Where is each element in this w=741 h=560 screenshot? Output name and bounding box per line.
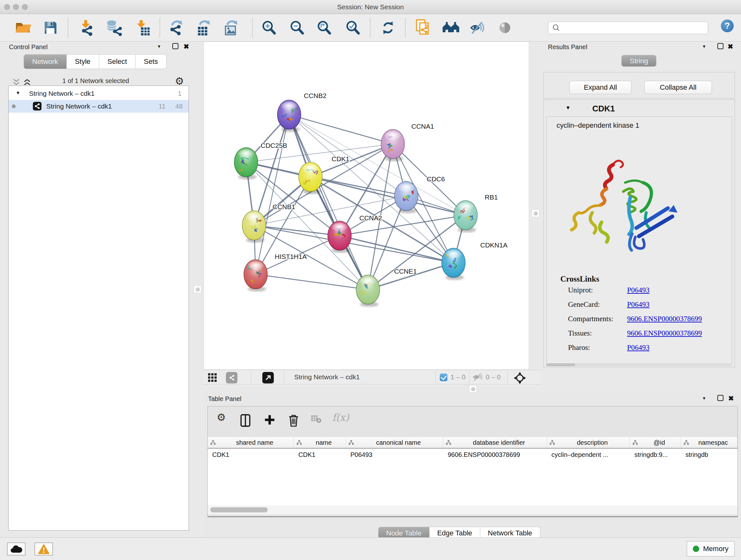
zoom-out-icon[interactable]	[288, 18, 306, 37]
panel-close-icon[interactable]: ✖	[728, 395, 734, 401]
show-graphics-details-icon[interactable]	[496, 18, 514, 37]
warnings-button[interactable]	[35, 543, 53, 556]
duplicate-network-icon[interactable]	[414, 18, 432, 37]
crosslink-link[interactable]: 9606.ENSP00000378699	[627, 329, 702, 337]
panel-menu-icon[interactable]: ▼	[702, 396, 706, 401]
table-cell[interactable]: stringdb:9...	[630, 449, 681, 461]
collection-expand-icon[interactable]: ▼	[16, 90, 20, 96]
export-table-icon[interactable]	[195, 18, 212, 37]
entry-collapse-icon[interactable]: ▼	[565, 105, 570, 111]
tab-style[interactable]: Style	[67, 54, 99, 69]
refresh-view-icon[interactable]	[379, 18, 397, 37]
table-options-gear-icon[interactable]: ⚙	[217, 412, 226, 422]
open-session-icon[interactable]	[14, 18, 32, 37]
expand-all-icon[interactable]	[23, 78, 31, 86]
cloud-status-button[interactable]	[7, 543, 25, 556]
left-splitter-handle[interactable]	[194, 286, 201, 293]
export-network-icon[interactable]	[167, 18, 185, 37]
network-node-CCNA2[interactable]	[328, 221, 351, 253]
tab-network[interactable]: Network	[23, 54, 67, 69]
zoom-fit-icon[interactable]	[315, 18, 333, 37]
panel-float-icon[interactable]	[172, 43, 179, 49]
right-splitter-handle[interactable]	[532, 209, 539, 217]
close-window-icon[interactable]	[4, 4, 10, 10]
import-network-database-icon[interactable]	[105, 18, 123, 37]
memory-button[interactable]: Memory	[687, 541, 735, 557]
collapse-all-button[interactable]: Collapse All	[644, 81, 712, 94]
save-session-icon[interactable]	[42, 18, 59, 37]
show-columns-icon[interactable]	[240, 414, 251, 427]
network-node-RB1[interactable]	[454, 200, 477, 233]
function-builder-icon[interactable]: f(x)	[332, 412, 349, 423]
hide-graphics-details-icon[interactable]	[469, 18, 487, 37]
panel-close-icon[interactable]: ✖	[728, 43, 733, 50]
table-row[interactable]: CDK1CDK1P064939606.ENSP00000378699cyclin…	[208, 449, 738, 461]
column-header-namespac[interactable]: namespac	[681, 437, 738, 448]
zoom-in-icon[interactable]	[260, 18, 278, 37]
delete-table-icon[interactable]	[311, 414, 321, 424]
panel-menu-icon[interactable]: ▼	[702, 44, 706, 49]
network-node-CDK1[interactable]	[299, 162, 322, 194]
network-canvas[interactable]: CCNB2CCNA1CDC25BCDK1CDC6RB1CCNB1CCNA2CDK…	[204, 42, 529, 370]
network-edge[interactable]	[311, 177, 466, 215]
panel-float-icon[interactable]	[718, 43, 724, 49]
crosslink-link[interactable]: 9606.ENSP00000378699	[627, 315, 702, 323]
network-edge[interactable]	[289, 115, 393, 144]
network-options-gear-icon[interactable]: ⚙	[175, 76, 184, 86]
table-cell[interactable]: 9606.ENSP00000378699	[443, 449, 547, 461]
table-hscrollbar[interactable]	[208, 505, 738, 514]
network-node-CDKN1A[interactable]	[442, 248, 465, 280]
network-edge[interactable]	[256, 115, 289, 274]
panel-menu-icon[interactable]: ▼	[157, 44, 161, 49]
collapse-all-icon[interactable]	[12, 78, 20, 86]
network-edge[interactable]	[340, 236, 454, 263]
network-edge[interactable]	[289, 115, 368, 290]
create-column-icon[interactable]	[264, 414, 275, 426]
bottom-splitter[interactable]	[204, 384, 741, 393]
entry-header[interactable]: ▼ CDK1	[544, 100, 735, 117]
table-cell[interactable]: cyclin–dependent ...	[547, 449, 630, 461]
crosslink-link[interactable]: P06493	[627, 344, 650, 352]
delete-column-icon[interactable]	[288, 414, 299, 427]
export-image-icon[interactable]	[222, 18, 240, 37]
zoom-selected-icon[interactable]	[344, 18, 362, 37]
search-input[interactable]	[563, 22, 708, 33]
column-header-canonical-name[interactable]: canonical name	[346, 437, 443, 448]
maximize-window-icon[interactable]	[22, 4, 28, 10]
right-splitter[interactable]	[529, 42, 542, 384]
network-node-CCNB1[interactable]	[242, 211, 266, 243]
network-node-HIST1H1A[interactable]	[244, 260, 267, 292]
table-cell[interactable]: CDK1	[294, 449, 346, 461]
crosslink-link[interactable]: P06493	[627, 286, 650, 294]
bottom-splitter-handle[interactable]	[469, 385, 477, 393]
results-scrollbar[interactable]	[546, 363, 732, 366]
hidden-items-eye-icon[interactable]	[472, 372, 483, 382]
column-header-database-identifier[interactable]: database identifier	[443, 437, 547, 448]
session-compare-icon[interactable]	[442, 18, 460, 37]
table-cell[interactable]: P06493	[346, 449, 443, 461]
tab-select[interactable]: Select	[99, 54, 136, 69]
hscroll-thumb[interactable]	[210, 507, 268, 512]
tab-sets[interactable]: Sets	[136, 54, 166, 69]
table-cell[interactable]: CDK1	[208, 449, 294, 461]
network-view-mode-icon[interactable]	[226, 372, 238, 383]
column-header-name[interactable]: name	[294, 437, 346, 448]
network-node-CCNB2[interactable]	[277, 100, 301, 132]
network-row[interactable]: String Network – cdk1 11 48	[9, 100, 189, 113]
network-collection-row[interactable]: ▼ String Network – cdk1 1	[9, 88, 189, 100]
selected-items-checkbox[interactable]	[440, 374, 448, 381]
column-header-@id[interactable]: @id	[630, 437, 681, 448]
network-edge[interactable]	[368, 263, 454, 290]
left-splitter[interactable]	[192, 42, 204, 537]
tab-string[interactable]: String	[621, 55, 657, 67]
column-header-description[interactable]: description	[547, 437, 630, 448]
grid-view-icon[interactable]	[207, 372, 218, 382]
network-node-CDC25B[interactable]	[234, 147, 258, 179]
birdseye-navigator-icon[interactable]	[514, 372, 526, 384]
minimize-window-icon[interactable]	[13, 4, 19, 10]
import-network-file-icon[interactable]	[78, 18, 96, 37]
expand-all-button[interactable]: Expand All	[569, 81, 631, 94]
column-header-shared-name[interactable]: shared name	[208, 437, 294, 448]
network-node-CCNA1[interactable]	[381, 129, 405, 161]
network-node-CCNE1[interactable]	[356, 275, 380, 307]
